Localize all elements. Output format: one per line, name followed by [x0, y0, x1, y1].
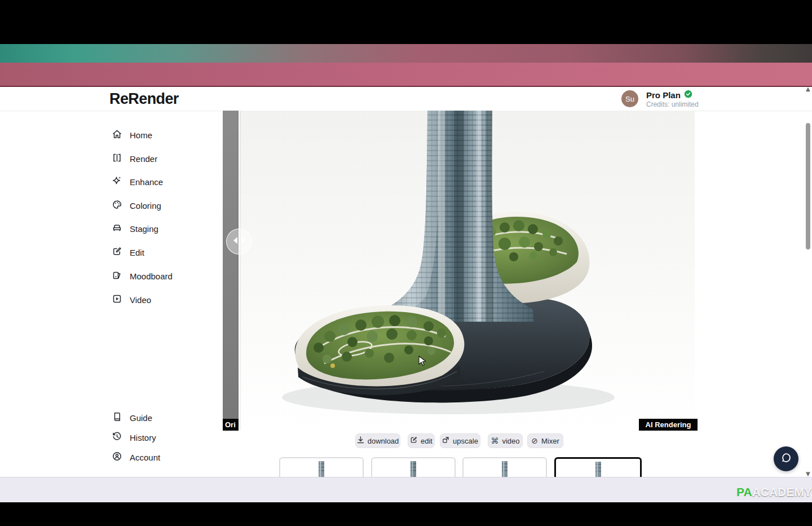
sidebar-label: Moodboard	[130, 271, 173, 281]
action-label: upscale	[453, 437, 478, 445]
guide-icon	[112, 411, 122, 424]
action-label: Mixer	[541, 437, 559, 445]
mixer-icon: ⊘	[531, 437, 538, 445]
mixer-button[interactable]: ⊘ Mixer	[527, 433, 563, 448]
video-frames-icon: ⌘	[491, 437, 498, 445]
mouse-cursor	[418, 356, 429, 369]
page-scrollbar-thumb[interactable]	[806, 123, 810, 249]
verified-check-icon	[684, 90, 692, 100]
action-label: video	[502, 437, 519, 445]
scroll-down-arrow[interactable]: ▼	[806, 471, 810, 477]
video-button[interactable]: ⌘ video	[488, 433, 523, 448]
edit-icon	[112, 246, 122, 258]
download-icon	[357, 436, 364, 445]
windows-taskbar: 2 7°C Cloudy 8 3MAX µ 8 58 8 zoom 8 ✂	[0, 477, 812, 502]
browser-tabstrip: Google Gemini single-family-home in slee…	[0, 44, 812, 63]
sidebar-item-video[interactable]: Video	[112, 292, 210, 307]
plan-label: Pro Plan	[646, 90, 681, 100]
sidebar-label: Edit	[130, 248, 144, 257]
original-label: Ori	[223, 419, 239, 431]
action-label: edit	[421, 437, 433, 445]
sidebar-item-account[interactable]: Account	[112, 450, 210, 464]
sidebar-label: Guide	[130, 413, 152, 423]
staging-icon	[112, 222, 122, 235]
account-icon	[112, 451, 122, 463]
sidebar-item-render[interactable]: Render	[112, 151, 210, 166]
video-icon	[112, 293, 122, 306]
enhance-icon	[112, 176, 122, 188]
sidebar-label: Video	[130, 295, 151, 305]
compare-slider-handle[interactable]	[226, 229, 252, 255]
screen: Google Gemini single-family-home in slee…	[0, 0, 812, 526]
ai-rendering-label: AI Rendering	[639, 419, 698, 431]
sidebar-item-history[interactable]: History	[112, 430, 210, 445]
browser-toolbar: rerenderai.com/r/69359fd73c635e8ad26a7b3…	[0, 63, 812, 86]
edit-icon	[410, 436, 417, 445]
sidebar-item-moodboard[interactable]: Moodboard	[112, 269, 210, 283]
upscale-button[interactable]: upscale	[440, 433, 480, 448]
ai-rendering-image	[240, 111, 695, 430]
sidebar-label: Staging	[130, 224, 158, 234]
action-label: download	[368, 437, 399, 445]
compare-slider-divider[interactable]	[239, 111, 240, 430]
download-button[interactable]: download	[355, 433, 400, 448]
sidebar-label: Enhance	[130, 177, 163, 187]
top-letterbox	[0, 0, 812, 44]
rerender-logo[interactable]: ReRender	[109, 90, 179, 108]
history-icon	[112, 431, 122, 444]
arrow-left-icon	[233, 236, 238, 247]
sidebar-label: Render	[130, 154, 157, 164]
sidebar-item-coloring[interactable]: Coloring	[112, 198, 210, 213]
original-image-strip	[223, 111, 239, 430]
home-icon	[112, 129, 122, 141]
sidebar-label: Home	[130, 130, 152, 140]
sidebar-item-home[interactable]: Home	[112, 128, 210, 142]
moodboard-icon	[112, 270, 122, 282]
sidebar-item-guide[interactable]: Guide	[112, 410, 210, 425]
credits-status: Credits: unlimited	[646, 100, 699, 108]
support-chat-button[interactable]	[774, 446, 798, 471]
plan-name: Pro Plan	[646, 90, 692, 100]
arrow-right-icon	[241, 236, 246, 247]
user-avatar[interactable]: Su	[621, 90, 638, 107]
upscale-icon	[442, 436, 449, 445]
scroll-up-arrow[interactable]: ▲	[806, 86, 810, 92]
chat-bubble-icon	[780, 452, 792, 466]
sidebar-label: History	[130, 433, 156, 442]
coloring-icon	[112, 199, 122, 212]
pa-academy-watermark: PAACADEMY	[736, 485, 812, 499]
edit-button[interactable]: edit	[408, 433, 435, 448]
sidebar-item-staging[interactable]: Staging	[112, 221, 210, 236]
sidebar-item-edit[interactable]: Edit	[112, 245, 210, 260]
sidebar-label: Account	[130, 453, 160, 462]
bottom-letterbox	[0, 502, 812, 526]
sidebar-item-enhance[interactable]: Enhance	[112, 174, 210, 189]
sidebar-label: Coloring	[130, 201, 161, 211]
render-icon	[112, 152, 122, 165]
